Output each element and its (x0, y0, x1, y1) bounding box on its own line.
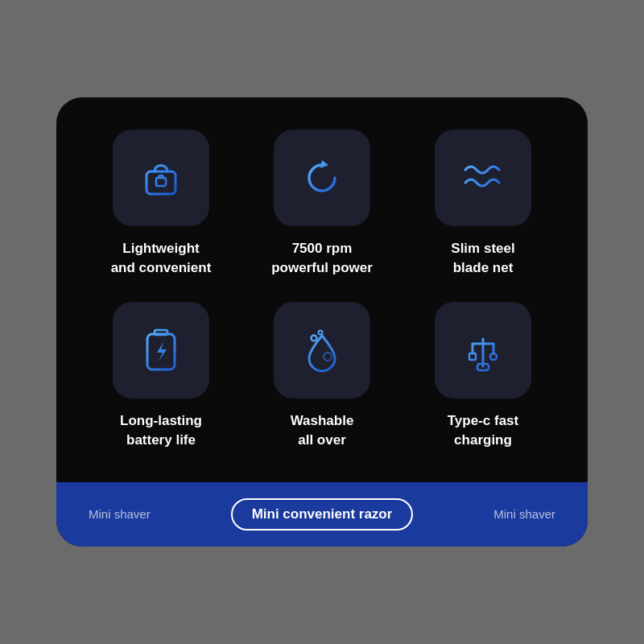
feature-label-blade: Slim steelblade net (451, 239, 514, 278)
svg-marker-2 (320, 160, 328, 168)
feature-label-lightweight: Lightweightand convenient (111, 239, 212, 278)
battery-icon (139, 326, 184, 374)
feature-rpm: 7500 rpmpowerful power (250, 130, 394, 278)
refresh-icon (298, 154, 346, 202)
svg-point-5 (312, 336, 317, 341)
feature-label-rpm: 7500 rpmpowerful power (271, 239, 373, 278)
icon-box-water (274, 302, 370, 398)
svg-rect-4 (155, 330, 167, 335)
icon-box-usb (435, 302, 531, 398)
feature-washable: Washableall over (250, 302, 394, 450)
icon-box-refresh (274, 130, 370, 226)
feature-charging: Type-c fastcharging (411, 302, 555, 450)
usb-icon (461, 326, 506, 374)
svg-rect-12 (469, 353, 476, 360)
svg-rect-1 (156, 178, 166, 186)
water-icon (298, 326, 346, 374)
feature-battery: Long-lastingbattery life (89, 302, 233, 450)
icon-box-bag (113, 130, 209, 226)
feature-label-charging: Type-c fastcharging (448, 411, 519, 450)
feature-blade: Slim steelblade net (411, 130, 555, 278)
svg-point-6 (319, 331, 323, 335)
bag-icon (137, 154, 185, 202)
tab-mini-shaver-left[interactable]: Mini shaver (89, 507, 151, 521)
wave-icon (457, 154, 510, 202)
tab-mini-shaver-right[interactable]: Mini shaver (493, 507, 555, 521)
features-grid: Lightweightand convenient 7500 rpmp (89, 130, 555, 449)
icon-box-battery (113, 302, 209, 398)
product-card: Lightweightand convenient 7500 rpmp (56, 97, 588, 546)
feature-label-battery: Long-lastingbattery life (120, 411, 202, 450)
tab-mini-convenient-razor[interactable]: Mini convenient razor (231, 498, 414, 530)
icon-box-wave (435, 130, 531, 226)
svg-point-7 (324, 353, 332, 361)
svg-point-13 (490, 353, 497, 360)
feature-lightweight: Lightweightand convenient (89, 130, 233, 278)
product-tabs-bar: Mini shaver Mini convenient razor Mini s… (56, 482, 588, 547)
feature-label-washable: Washableall over (291, 411, 354, 450)
